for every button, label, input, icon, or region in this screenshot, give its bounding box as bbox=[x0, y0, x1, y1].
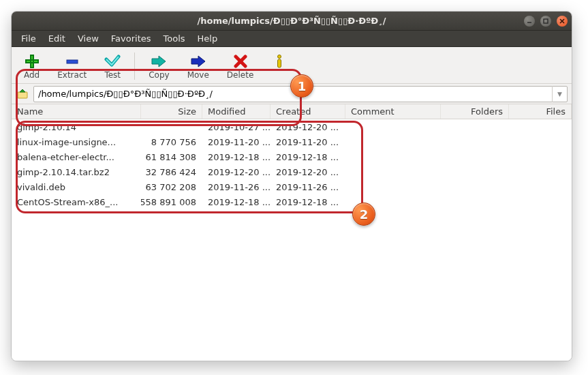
table-header: Name Size Modified Created Comment Folde… bbox=[12, 104, 572, 119]
menu-edit[interactable]: Edit bbox=[43, 32, 71, 45]
menu-tools[interactable]: Tools bbox=[158, 32, 191, 45]
menu-file[interactable]: File bbox=[16, 32, 42, 45]
extract-label: Extract bbox=[57, 70, 87, 80]
maximize-button[interactable] bbox=[540, 16, 551, 27]
cell-comment bbox=[345, 134, 441, 149]
cell-comment bbox=[345, 164, 441, 179]
location-dropdown-icon[interactable]: ▼ bbox=[552, 86, 567, 102]
cell-comment bbox=[345, 194, 441, 209]
app-window: /home/lumpics/Ð▯▯Ð°Ð³Ñ▯▯Ñ▯▯Ð·ÐºÐ¸/ File … bbox=[11, 11, 572, 361]
add-label: Add bbox=[24, 70, 40, 80]
cell-created: 2019-11-26 ... bbox=[270, 179, 345, 194]
table-row[interactable]: balena-etcher-electr...61 814 3082019-12… bbox=[12, 149, 572, 164]
cell-size: 61 814 308 bbox=[141, 149, 202, 164]
cell-files bbox=[509, 194, 572, 209]
svg-rect-17 bbox=[18, 92, 27, 98]
cell-folders bbox=[441, 149, 509, 164]
col-modified[interactable]: Modified bbox=[202, 104, 270, 119]
arrow-right-teal-icon bbox=[151, 52, 167, 70]
cell-name: CentOS-Stream-x86_... bbox=[12, 194, 141, 209]
cell-created: 2019-12-18 ... bbox=[270, 149, 345, 164]
col-size[interactable]: Size bbox=[141, 104, 202, 119]
cell-files bbox=[509, 134, 572, 149]
svg-rect-1 bbox=[544, 19, 548, 23]
add-button[interactable]: Add bbox=[17, 51, 46, 81]
cell-modified: 2019-11-20 ... bbox=[202, 134, 270, 149]
location-input[interactable] bbox=[34, 87, 552, 100]
minimize-button[interactable] bbox=[524, 16, 535, 27]
copy-label: Copy bbox=[149, 70, 169, 80]
col-comment[interactable]: Comment bbox=[345, 104, 441, 119]
svg-rect-8 bbox=[67, 60, 78, 63]
cell-name: gimp-2.10.14.tar.bz2 bbox=[12, 164, 141, 179]
col-created[interactable]: Created bbox=[270, 104, 345, 119]
cell-files bbox=[509, 179, 572, 194]
table-row[interactable]: gimp-2.10.14.tar.bz232 786 4242019-12-20… bbox=[12, 164, 572, 179]
cell-created: 2019-11-20 ... bbox=[270, 134, 345, 149]
cell-size: 558 891 008 bbox=[141, 194, 202, 209]
cell-name: balena-etcher-electr... bbox=[12, 149, 141, 164]
cell-size: 8 770 756 bbox=[141, 134, 202, 149]
test-button[interactable]: Test bbox=[97, 51, 127, 81]
cell-files bbox=[509, 149, 572, 164]
cell-name: linux-image-unsigne... bbox=[12, 134, 141, 149]
plus-icon bbox=[25, 52, 40, 70]
cell-size bbox=[141, 119, 202, 134]
svg-rect-14 bbox=[277, 59, 281, 68]
arrow-right-blue-icon bbox=[190, 52, 206, 70]
cell-modified: 2019-12-18 ... bbox=[202, 149, 270, 164]
minus-icon bbox=[65, 52, 80, 70]
cell-modified: 2019-10-27 ... bbox=[202, 119, 270, 134]
cell-files bbox=[509, 119, 572, 134]
check-icon bbox=[104, 52, 121, 70]
move-label: Move bbox=[187, 70, 209, 80]
copy-button[interactable]: Copy bbox=[142, 51, 176, 81]
cell-files bbox=[509, 164, 572, 179]
folder-up-icon[interactable] bbox=[16, 87, 29, 101]
table-row[interactable]: linux-image-unsigne...8 770 7562019-11-2… bbox=[12, 134, 572, 149]
table-row[interactable]: vivaldi.deb63 702 2082019-11-26 ...2019-… bbox=[12, 179, 572, 194]
cell-folders bbox=[441, 179, 509, 194]
close-button[interactable] bbox=[557, 16, 568, 27]
x-icon bbox=[234, 52, 247, 70]
table-body: gimp-2.10.142019-10-27 ...2019-12-20 ...… bbox=[12, 119, 572, 209]
window-controls bbox=[524, 16, 568, 27]
file-table: Name Size Modified Created Comment Folde… bbox=[12, 104, 572, 361]
svg-marker-9 bbox=[152, 56, 166, 67]
toolbar: Add Extract Test Copy Move bbox=[12, 47, 572, 84]
delete-button[interactable]: Delete bbox=[220, 51, 260, 81]
extract-button[interactable]: Extract bbox=[50, 51, 93, 81]
col-folders[interactable]: Folders bbox=[441, 104, 509, 119]
location-bar: ▼ bbox=[12, 84, 572, 104]
cell-created: 2019-12-20 ... bbox=[270, 164, 345, 179]
menu-help[interactable]: Help bbox=[192, 32, 223, 45]
cell-folders bbox=[441, 194, 509, 209]
location-input-wrap: ▼ bbox=[33, 86, 568, 102]
cell-modified: 2019-11-26 ... bbox=[202, 179, 270, 194]
cell-created: 2019-12-20 ... bbox=[270, 119, 345, 134]
table-row[interactable]: CentOS-Stream-x86_...558 891 0082019-12-… bbox=[12, 194, 572, 209]
svg-marker-18 bbox=[20, 89, 25, 92]
cell-name: vivaldi.deb bbox=[12, 179, 141, 194]
delete-label: Delete bbox=[227, 70, 253, 80]
info-icon bbox=[273, 52, 285, 70]
toolbar-separator bbox=[134, 52, 135, 80]
cell-size: 32 786 424 bbox=[141, 164, 202, 179]
info-button[interactable]: Info bbox=[264, 51, 294, 81]
test-label: Test bbox=[104, 70, 121, 80]
cell-comment bbox=[345, 149, 441, 164]
svg-marker-10 bbox=[191, 56, 205, 67]
menu-favorites[interactable]: Favorites bbox=[106, 32, 157, 45]
cell-folders bbox=[441, 164, 509, 179]
col-files[interactable]: Files bbox=[509, 104, 572, 119]
cell-modified: 2019-12-18 ... bbox=[202, 194, 270, 209]
cell-modified: 2019-12-20 ... bbox=[202, 164, 270, 179]
cell-folders bbox=[441, 134, 509, 149]
menu-view[interactable]: View bbox=[72, 32, 104, 45]
cell-name: gimp-2.10.14 bbox=[12, 119, 141, 134]
cell-comment bbox=[345, 119, 441, 134]
titlebar[interactable]: /home/lumpics/Ð▯▯Ð°Ð³Ñ▯▯Ñ▯▯Ð·ÐºÐ¸/ bbox=[12, 12, 572, 31]
move-button[interactable]: Move bbox=[181, 51, 216, 81]
col-name[interactable]: Name bbox=[12, 104, 141, 119]
table-row[interactable]: gimp-2.10.142019-10-27 ...2019-12-20 ... bbox=[12, 119, 572, 134]
